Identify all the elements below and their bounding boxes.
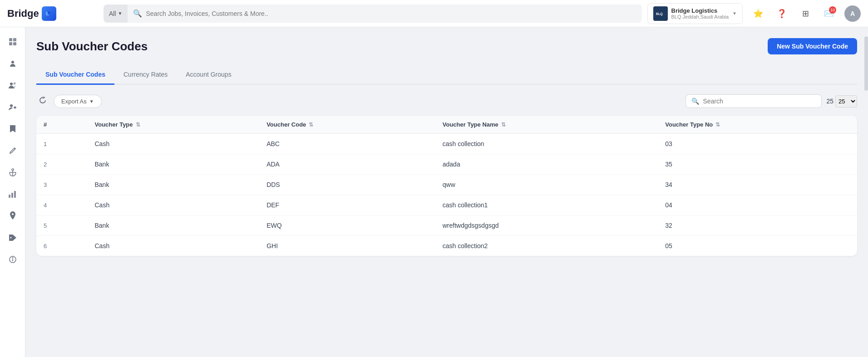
chevron-down-icon: ▼ xyxy=(118,11,123,16)
table-search-field: 🔍 xyxy=(686,94,822,108)
cell-voucher-type-no: 04 xyxy=(658,195,857,215)
table-search-input[interactable] xyxy=(703,98,816,105)
global-search-bar: All ▼ 🔍 xyxy=(104,5,642,23)
svg-rect-15 xyxy=(11,193,13,198)
sidebar-item-location[interactable] xyxy=(4,207,22,225)
tab-sub-voucher-codes[interactable]: Sub Voucher Codes xyxy=(36,65,114,85)
svg-rect-4 xyxy=(9,42,12,45)
scrollbar-track[interactable] xyxy=(864,27,868,357)
cell-num: 5 xyxy=(36,215,88,236)
cell-num: 3 xyxy=(36,175,88,195)
tab-account-groups[interactable]: Account Groups xyxy=(177,65,240,85)
notification-badge: 10 xyxy=(829,6,836,14)
sidebar xyxy=(0,27,25,357)
table-row[interactable]: 4 Cash DEF cash collection1 04 xyxy=(36,195,857,215)
svg-rect-3 xyxy=(13,38,16,41)
notifications-button[interactable]: ✉️ 10 xyxy=(821,5,837,22)
table-row[interactable]: 2 Bank ADA adada 35 xyxy=(36,154,857,175)
per-page-select[interactable]: 25 50 100 xyxy=(835,95,857,108)
search-input-area: 🔍 xyxy=(128,5,641,23)
sidebar-item-edit[interactable] xyxy=(4,142,22,160)
sidebar-item-info[interactable] xyxy=(4,250,22,269)
toolbar-left: Export As ▼ xyxy=(36,94,102,108)
per-page-value: 25 xyxy=(826,98,833,105)
sidebar-item-add-person[interactable] xyxy=(4,98,22,116)
sidebar-item-bookmark[interactable] xyxy=(4,120,22,138)
company-info: Bridge Logistics BLQ Jeddah,Saudi Arabia xyxy=(671,7,729,20)
new-sub-voucher-button[interactable]: New Sub Voucher Code xyxy=(768,38,857,54)
svg-rect-5 xyxy=(13,42,16,45)
tab-currency-rates[interactable]: Currency Rates xyxy=(114,65,177,85)
sidebar-item-grid[interactable] xyxy=(4,33,22,51)
svg-rect-14 xyxy=(9,195,10,198)
cell-voucher-type: Cash xyxy=(88,195,260,215)
tabs: Sub Voucher Codes Currency Rates Account… xyxy=(36,65,857,85)
svg-point-8 xyxy=(13,83,15,85)
svg-rect-16 xyxy=(14,191,16,198)
svg-point-17 xyxy=(12,213,14,215)
table-body: 1 Cash ABC cash collection 03 2 Bank ADA… xyxy=(36,134,857,256)
sidebar-item-tag[interactable] xyxy=(4,229,22,247)
apps-button[interactable]: ⊞ xyxy=(797,5,814,22)
favorites-button[interactable]: ⭐ xyxy=(750,5,766,22)
col-voucher-type[interactable]: Voucher Type ⇅ xyxy=(88,116,260,134)
cell-voucher-type: Cash xyxy=(88,134,260,154)
cell-voucher-type-no: 32 xyxy=(658,215,857,236)
col-voucher-type-no[interactable]: Voucher Type No ⇅ xyxy=(658,116,857,134)
cell-voucher-type-name: cash collection1 xyxy=(435,195,658,215)
cell-voucher-type-name: cash collection xyxy=(435,134,658,154)
svg-text:BLQ: BLQ xyxy=(656,12,663,16)
cell-voucher-type-no: 34 xyxy=(658,175,857,195)
export-chevron-icon: ▼ xyxy=(89,99,94,104)
global-search-input[interactable] xyxy=(146,10,636,17)
col-voucher-code[interactable]: Voucher Code ⇅ xyxy=(259,116,435,134)
sidebar-item-anchor[interactable] xyxy=(4,163,22,181)
sort-voucher-type-no-icon: ⇅ xyxy=(715,122,720,128)
col-voucher-type-name[interactable]: Voucher Type Name ⇅ xyxy=(435,116,658,134)
cell-voucher-type-name: wreftwdgdsgsdgsgd xyxy=(435,215,658,236)
company-selector[interactable]: BLQ Bridge Logistics BLQ Jeddah,Saudi Ar… xyxy=(647,3,743,24)
table-row[interactable]: 3 Bank DDS qww 34 xyxy=(36,175,857,195)
main-content: Sub Voucher Codes New Sub Voucher Code S… xyxy=(25,27,868,357)
table-search-icon: 🔍 xyxy=(691,98,699,105)
refresh-button[interactable] xyxy=(36,94,49,108)
toolbar: Export As ▼ 🔍 25 25 50 100 xyxy=(36,94,857,108)
sidebar-item-chart[interactable] xyxy=(4,185,22,203)
table-row[interactable]: 6 Cash GHI cash collection2 05 xyxy=(36,236,857,256)
col-number: # xyxy=(36,116,88,134)
user-avatar[interactable]: A xyxy=(844,5,861,22)
cell-voucher-type-name: qww xyxy=(435,175,658,195)
svg-point-21 xyxy=(12,258,13,259)
cell-voucher-code: GHI xyxy=(259,236,435,256)
svg-point-12 xyxy=(12,169,14,171)
svg-rect-2 xyxy=(9,38,12,41)
cell-voucher-type: Bank xyxy=(88,175,260,195)
sort-voucher-code-icon: ⇅ xyxy=(309,122,313,128)
help-button[interactable]: ❓ xyxy=(774,5,790,22)
logo-area: Bridge xyxy=(7,6,98,21)
top-navigation: Bridge All ▼ 🔍 BLQ xyxy=(0,0,868,27)
cell-voucher-type: Cash xyxy=(88,236,260,256)
cell-voucher-code: ABC xyxy=(259,134,435,154)
export-button[interactable]: Export As ▼ xyxy=(54,95,102,108)
cell-voucher-type: Bank xyxy=(88,154,260,175)
company-sub: BLQ Jeddah,Saudi Arabia xyxy=(671,14,729,20)
search-icon: 🔍 xyxy=(133,9,142,18)
sidebar-item-person[interactable] xyxy=(4,54,22,73)
cell-num: 1 xyxy=(36,134,88,154)
logo-icon xyxy=(42,6,56,21)
scrollbar-thumb[interactable] xyxy=(864,36,868,91)
search-filter-dropdown[interactable]: All ▼ xyxy=(104,5,128,23)
sidebar-item-people[interactable] xyxy=(4,76,22,94)
table-row[interactable]: 1 Cash ABC cash collection 03 xyxy=(36,134,857,154)
export-label: Export As xyxy=(61,98,87,105)
cell-num: 2 xyxy=(36,154,88,175)
page-header: Sub Voucher Codes New Sub Voucher Code xyxy=(36,38,857,54)
sort-voucher-type-icon: ⇅ xyxy=(136,122,140,128)
svg-point-9 xyxy=(10,104,13,107)
table-row[interactable]: 5 Bank EWQ wreftwdgdsgsdgsgd 32 xyxy=(36,215,857,236)
svg-point-18 xyxy=(10,237,11,239)
search-filter-label: All xyxy=(109,10,116,17)
page-title: Sub Voucher Codes xyxy=(36,39,148,54)
cell-voucher-code: DDS xyxy=(259,175,435,195)
